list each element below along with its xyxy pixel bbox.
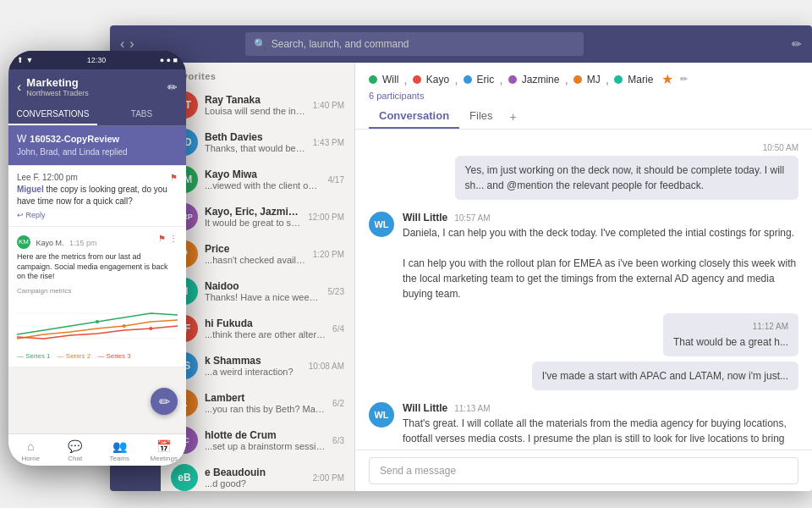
fab-button[interactable]: ✏ (151, 388, 178, 415)
channel-preview: ...a weird interaction? (205, 367, 302, 377)
channel-time: 1:40 PM (313, 101, 344, 110)
list-item[interactable]: N Naidoo Thanks! Have a nice weekend 5/2… (161, 273, 354, 310)
message-row: WL Will Little 10:57 AM Daniela, I can h… (369, 212, 798, 301)
message-bubble-right: 11:12 AM That would be a great h... (663, 313, 798, 356)
legend-item: — Series 1 (17, 352, 51, 360)
message-text: That's great. I will collate all the mat… (403, 416, 798, 450)
tab-files[interactable]: Files (459, 104, 502, 129)
metrics-header: KM Kayo M. 1:15 pm ⚑ ⋮ (17, 234, 178, 249)
message-group-right-2: 11:12 AM That would be a great h... I've… (369, 313, 798, 390)
channel-name: Lambert (205, 392, 326, 404)
author-name: Lee F. (17, 173, 40, 182)
phone-title-block: Marketing Northwest Traders (26, 76, 162, 97)
forward-icon[interactable]: › (129, 36, 134, 52)
phone-message-detail: Lee F. 12:00 pm ⚑ Miguel the copy is loo… (8, 166, 186, 227)
nav-teams[interactable]: 👥 Teams (97, 439, 142, 462)
channel-time: 6/3 (332, 436, 344, 445)
list-item[interactable]: KM Kayo Miwa ...viewed with the client o… (161, 161, 354, 198)
participant-mj: MJ (587, 74, 601, 86)
channel-name: Price (205, 243, 306, 255)
mobile-phone: ⬆ ▼ 12:30 ● ● ■ ‹ Marketing Northwest Tr… (8, 51, 186, 466)
reply-icon: ↩ (17, 211, 24, 219)
channel-info: Lambert ...you ran this by Beth? Make su… (205, 392, 326, 414)
message-bubble-right: I've made a start with APAC and LATAM, n… (532, 362, 798, 390)
chat-tabs: Conversation Files + (369, 104, 798, 129)
list-item[interactable]: L Lambert ...you ran this by Beth? Make … (161, 384, 354, 422)
tab-conversation[interactable]: Conversation (369, 104, 459, 129)
channel-header: Favorites (161, 63, 354, 86)
metrics-author-name: Kayo M. (36, 239, 63, 247)
chart-label: Campaign metrics (17, 287, 178, 295)
participant-dot (369, 75, 377, 84)
back-button[interactable]: ‹ (17, 80, 21, 95)
chart-legend: — Series 1 — Series 2 — Series 3 (17, 352, 178, 360)
fab-icon: ✏ (159, 394, 170, 410)
channel-time: 2:00 PM (313, 473, 344, 483)
svg-point-5 (149, 327, 152, 330)
back-icon[interactable]: ‹ (120, 36, 124, 52)
msg-author-time: Lee F. 12:00 pm (17, 173, 78, 182)
search-icon: 🔍 (254, 38, 266, 50)
list-item[interactable]: kS k Shammas ...a weird interaction? 10:… (161, 347, 354, 384)
bookmark-icon[interactable]: ⚑ (170, 173, 178, 182)
channel-time: 10:08 AM (309, 362, 344, 371)
edit-icon[interactable]: ✏ (680, 74, 688, 85)
channel-preview: It would be great to sync with you bo... (205, 218, 301, 228)
phone-bottom-nav: ⌂ Home 💬 Chat 👥 Teams 📅 Meetings (8, 433, 186, 466)
channel-info: Naidoo Thanks! Have a nice weekend (205, 280, 321, 302)
channel-time: 12:00 PM (308, 213, 344, 222)
channel-info: Beth Davies Thanks, that would be nice (205, 131, 306, 153)
metrics-chart (17, 296, 178, 347)
list-item[interactable]: P Price ...hasn't checked available time… (161, 235, 354, 273)
more-icon[interactable]: ⋮ (169, 234, 178, 243)
tab-tabs[interactable]: TABS (97, 104, 186, 125)
legend-item: — Series 3 (97, 352, 131, 360)
chat-messages: 10:50 AM Yes, im just working on the dec… (355, 130, 812, 450)
star-icon[interactable]: ★ (661, 71, 673, 87)
tab-conversations[interactable]: CONVERSATIONS (8, 104, 97, 125)
channel-name: Ray Tanaka (205, 94, 306, 106)
channel-preview: ...set up a brainstorm session for tomor… (205, 441, 326, 451)
teams-icon: 👥 (112, 439, 127, 453)
phone-active-conv[interactable]: W 160532-CopyReview John, Brad, and Lind… (8, 126, 186, 166)
metrics-actions: ⚑ ⋮ (158, 234, 178, 243)
list-item[interactable]: eB e Beaudouin ...d good? 2:00 PM (161, 459, 354, 491)
channel-time: 4/17 (328, 175, 344, 185)
channel-name: k Shammas (205, 355, 302, 367)
metrics-text: Here are the metrics from our last ad ca… (17, 252, 178, 282)
list-item[interactable]: hF hi Fukuda ...think there are other al… (161, 310, 354, 347)
chat-input[interactable]: Send a message (369, 457, 798, 484)
msg-meta: Lee F. 12:00 pm ⚑ (17, 173, 178, 182)
list-item[interactable]: GRP Kayo, Eric, Jazmine, +2 It would be … (161, 198, 354, 235)
bookmark-icon[interactable]: ⚑ (158, 234, 166, 243)
list-item[interactable]: BD Beth Davies Thanks, that would be nic… (161, 124, 354, 161)
message-header: Will Little 10:57 AM (403, 212, 798, 224)
timestamp: 11:12 AM (673, 320, 788, 333)
message-text: Daniela, I can help you with the deck to… (403, 225, 798, 301)
search-bar[interactable]: 🔍 Search, launch, and command (245, 32, 584, 56)
separator: , (564, 72, 568, 87)
nav-teams-label: Teams (109, 455, 129, 462)
participant-dot (413, 75, 421, 84)
list-item[interactable]: RT Ray Tanaka Louisa will send the initi… (161, 86, 354, 124)
chat-area: Will , Kayo , Eric , Jazmine , MJ , Mari… (355, 63, 812, 491)
tab-add-button[interactable]: + (503, 107, 524, 127)
channel-name: Beth Davies (205, 131, 306, 143)
channel-name: Kayo Miwa (205, 168, 321, 180)
channel-name: hi Fukuda (205, 318, 326, 329)
message-bubble-right: Yes, im just working on the deck now, it… (455, 156, 798, 200)
phone-msg-text: Miguel the copy is looking great, do you… (17, 184, 178, 207)
message-header: Will Little 11:13 AM (403, 402, 798, 414)
reply-button[interactable]: ↩ Reply (17, 211, 178, 219)
status-right: ● ● ■ (160, 56, 178, 64)
channel-name: Kayo, Eric, Jazmine, +2 (205, 206, 301, 218)
status-time: 12:30 (87, 56, 107, 64)
phone-conversations: W 160532-CopyReview John, Brad, and Lind… (8, 126, 186, 433)
nav-home[interactable]: ⌂ Home (8, 439, 53, 462)
compose-icon[interactable]: ✏ (167, 80, 178, 94)
list-item[interactable]: dC hlotte de Crum ...set up a brainstorm… (161, 422, 354, 459)
nav-chat[interactable]: 💬 Chat (53, 439, 98, 462)
home-icon: ⌂ (27, 439, 34, 453)
channel-info: Kayo Miwa ...viewed with the client on T… (205, 168, 321, 190)
compose-icon[interactable]: ✏ (792, 37, 802, 51)
